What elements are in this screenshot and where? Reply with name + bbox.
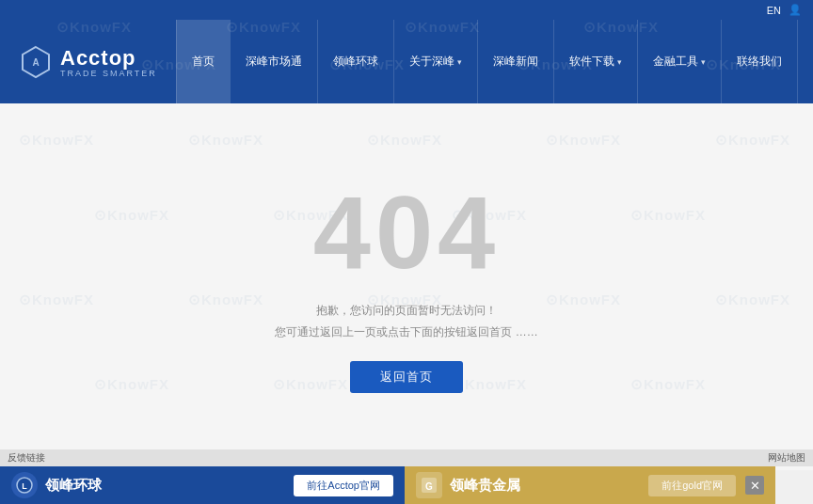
nav-item-tools[interactable]: 金融工具 ▾ — [637, 20, 721, 103]
nav-label-about: 关于深峰 — [409, 54, 454, 70]
nav-label-global: 领峰环球 — [333, 54, 378, 70]
header: ⊙KnowFX ⊙KnowFX ⊙KnowFX ⊙KnowFX ⊙KnowFX … — [0, 0, 813, 103]
logo-name: Acctop — [60, 46, 136, 70]
language-selector[interactable]: EN — [767, 5, 781, 16]
nav-area: A Acctop TRADE SMARTER 首页 深峰市场通 领峰环球 关于深… — [0, 20, 813, 103]
nav-menu: 首页 深峰市场通 领峰环球 关于深峰 ▾ 深峰新闻 软件下载 ▾ 金融工具 ▾ — [176, 20, 813, 103]
nav-item-download[interactable]: 软件下载 ▾ — [553, 20, 637, 103]
logo-icon: A — [19, 45, 53, 79]
logo-tagline: TRADE SMARTER — [60, 69, 157, 78]
error-message-2: 您可通过返回上一页或点击下面的按钮返回首页 …… — [275, 324, 537, 340]
svg-text:G: G — [425, 481, 433, 492]
logo-text: Acctop TRADE SMARTER — [60, 46, 157, 78]
footer-bar: L 领峰环球 前往Acctop官网 G 领峰贵金属 前往gold官网 ✕ — [0, 466, 813, 504]
feedback-link[interactable]: 反馈链接 — [8, 451, 45, 465]
nav-label-contact: 联络我们 — [737, 54, 782, 70]
footer-right-panel: G 领峰贵金属 前往gold官网 ✕ — [405, 466, 775, 504]
footer-left-visit-button[interactable]: 前往Acctop官网 — [294, 475, 393, 496]
footer-left-brand-name: 领峰环球 — [45, 477, 286, 495]
svg-text:A: A — [32, 57, 39, 68]
footer-right-brand-name: 领峰贵金属 — [450, 477, 641, 495]
footer-right-brand-icon: G — [416, 472, 442, 498]
svg-text:L: L — [22, 481, 27, 491]
nav-item-global[interactable]: 领峰环球 — [317, 20, 393, 103]
status-bar: 反馈链接 网站地图 — [0, 449, 813, 466]
nav-label-home: 首页 — [192, 54, 215, 70]
nav-label-market: 深峰市场通 — [246, 54, 302, 70]
footer-left-brand-icon: L — [11, 472, 38, 498]
sitemap-link[interactable]: 网站地图 — [768, 451, 805, 465]
nav-label-tools: 金融工具 — [653, 54, 698, 70]
main-content: ⊙KnowFX ⊙KnowFX ⊙KnowFX ⊙KnowFX ⊙KnowFX … — [0, 103, 813, 470]
nav-item-market[interactable]: 深峰市场通 — [230, 20, 317, 103]
nav-label-news: 深峰新闻 — [493, 54, 538, 70]
footer-right-visit-button[interactable]: 前往gold官网 — [648, 475, 736, 496]
nav-item-about[interactable]: 关于深峰 ▾ — [393, 20, 477, 103]
about-chevron-icon: ▾ — [457, 57, 462, 67]
back-home-button[interactable]: 返回首页 — [350, 361, 463, 393]
download-chevron-icon: ▾ — [617, 57, 622, 67]
top-bar: EN 👤 — [0, 0, 813, 20]
nav-label-download: 软件下载 — [569, 54, 614, 70]
nav-item-home[interactable]: 首页 — [176, 20, 230, 103]
error-code: 404 — [313, 181, 501, 284]
nav-item-news[interactable]: 深峰新闻 — [477, 20, 553, 103]
logo-area: A Acctop TRADE SMARTER — [0, 45, 176, 79]
footer-close-button[interactable]: ✕ — [745, 476, 764, 495]
error-message-1: 抱歉，您访问的页面暂时无法访问！ — [316, 303, 497, 319]
tools-chevron-icon: ▾ — [701, 57, 706, 67]
footer-left-panel: L 领峰环球 前往Acctop官网 — [0, 466, 405, 504]
nav-item-contact[interactable]: 联络我们 — [721, 20, 798, 103]
user-icon[interactable]: 👤 — [789, 4, 802, 16]
